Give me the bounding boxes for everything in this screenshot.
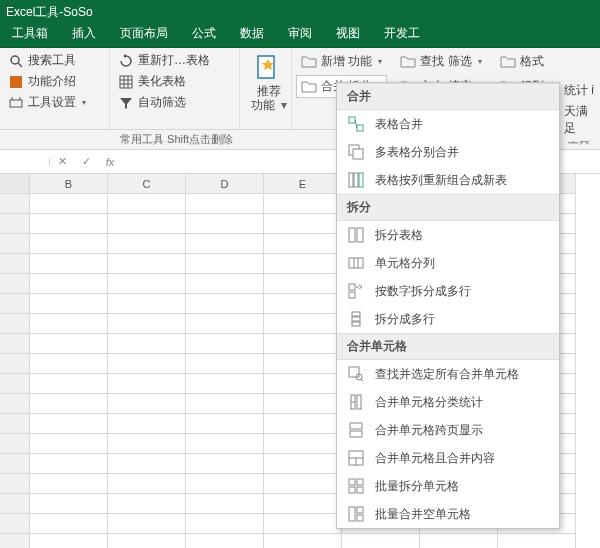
row-header[interactable] bbox=[0, 194, 30, 214]
cell[interactable] bbox=[30, 374, 108, 394]
reopen-table[interactable]: 重新打…表格 bbox=[116, 50, 233, 71]
cell[interactable] bbox=[108, 514, 186, 534]
cell[interactable] bbox=[186, 454, 264, 474]
menu-table-merge[interactable]: 表格合并 bbox=[337, 110, 559, 138]
menu-batch-split[interactable]: 批量拆分单元格 bbox=[337, 472, 559, 500]
cell[interactable] bbox=[108, 294, 186, 314]
row-header[interactable] bbox=[0, 214, 30, 234]
name-box[interactable] bbox=[0, 158, 50, 166]
cell[interactable] bbox=[108, 454, 186, 474]
tab-developer[interactable]: 开发工 bbox=[372, 21, 432, 47]
row-header[interactable] bbox=[0, 354, 30, 374]
cell[interactable] bbox=[108, 474, 186, 494]
cell[interactable] bbox=[108, 334, 186, 354]
cell[interactable] bbox=[264, 534, 342, 548]
cell[interactable] bbox=[264, 454, 342, 474]
cell[interactable] bbox=[108, 314, 186, 334]
column-header[interactable]: E bbox=[264, 174, 342, 194]
cell[interactable] bbox=[108, 374, 186, 394]
cell[interactable] bbox=[186, 394, 264, 414]
cell[interactable] bbox=[186, 354, 264, 374]
tool-settings[interactable]: 工具设置 ▾ bbox=[6, 92, 103, 113]
menu-recombine-columns[interactable]: 表格按列重新组合成新表 bbox=[337, 166, 559, 194]
menu-split-by-number[interactable]: 按数字拆分成多行 bbox=[337, 277, 559, 305]
cell[interactable] bbox=[186, 514, 264, 534]
row-header[interactable] bbox=[0, 454, 30, 474]
cell[interactable] bbox=[186, 254, 264, 274]
cell[interactable] bbox=[264, 334, 342, 354]
menu-split-table[interactable]: 拆分表格 bbox=[337, 221, 559, 249]
cell[interactable] bbox=[264, 474, 342, 494]
row-header[interactable] bbox=[0, 254, 30, 274]
cell[interactable] bbox=[186, 194, 264, 214]
menu-merge-with-content[interactable]: 合并单元格且合并内容 bbox=[337, 444, 559, 472]
cell[interactable] bbox=[264, 314, 342, 334]
cell[interactable] bbox=[264, 374, 342, 394]
tab-pagelayout[interactable]: 页面布局 bbox=[108, 21, 180, 47]
confirm-formula-button[interactable]: ✓ bbox=[74, 155, 98, 168]
cell[interactable] bbox=[108, 194, 186, 214]
cell[interactable] bbox=[30, 294, 108, 314]
cell[interactable] bbox=[108, 534, 186, 548]
cell[interactable] bbox=[264, 354, 342, 374]
cell[interactable] bbox=[264, 214, 342, 234]
cell[interactable] bbox=[264, 194, 342, 214]
cell[interactable] bbox=[108, 434, 186, 454]
cell[interactable] bbox=[186, 374, 264, 394]
find-filter-button[interactable]: 查找 筛选 ▾ bbox=[395, 50, 486, 73]
cell[interactable] bbox=[264, 234, 342, 254]
cell[interactable] bbox=[30, 354, 108, 374]
cell[interactable] bbox=[264, 434, 342, 454]
cell[interactable] bbox=[186, 494, 264, 514]
cell[interactable] bbox=[108, 274, 186, 294]
cell[interactable] bbox=[30, 214, 108, 234]
cell[interactable] bbox=[30, 194, 108, 214]
cell[interactable] bbox=[264, 414, 342, 434]
cell[interactable] bbox=[264, 294, 342, 314]
search-tools[interactable]: 搜索工具 bbox=[6, 50, 103, 71]
row-header[interactable] bbox=[0, 494, 30, 514]
cell[interactable] bbox=[30, 314, 108, 334]
cell[interactable] bbox=[342, 534, 420, 548]
cell[interactable] bbox=[30, 494, 108, 514]
cell[interactable] bbox=[264, 274, 342, 294]
tab-insert[interactable]: 插入 bbox=[60, 21, 108, 47]
cell[interactable] bbox=[186, 214, 264, 234]
cell[interactable] bbox=[30, 474, 108, 494]
cell[interactable] bbox=[30, 394, 108, 414]
cell[interactable] bbox=[30, 414, 108, 434]
cell[interactable] bbox=[186, 234, 264, 254]
menu-multi-table-merge[interactable]: 多表格分别合并 bbox=[337, 138, 559, 166]
row-header[interactable] bbox=[0, 414, 30, 434]
row-header[interactable] bbox=[0, 374, 30, 394]
cell[interactable] bbox=[30, 334, 108, 354]
row-header[interactable] bbox=[0, 394, 30, 414]
cell[interactable] bbox=[108, 494, 186, 514]
cell[interactable] bbox=[498, 534, 576, 548]
cell[interactable] bbox=[30, 454, 108, 474]
cell[interactable] bbox=[264, 254, 342, 274]
menu-merged-stats[interactable]: 合并单元格分类统计 bbox=[337, 388, 559, 416]
menu-find-merged[interactable]: 查找并选定所有合并单元格 bbox=[337, 360, 559, 388]
row-header[interactable] bbox=[0, 334, 30, 354]
cell[interactable] bbox=[108, 414, 186, 434]
cell[interactable] bbox=[186, 274, 264, 294]
tab-view[interactable]: 视图 bbox=[324, 21, 372, 47]
row-header[interactable] bbox=[0, 434, 30, 454]
row-header[interactable] bbox=[0, 314, 30, 334]
menu-merged-across-pages[interactable]: 合并单元格跨页显示 bbox=[337, 416, 559, 444]
cell[interactable] bbox=[264, 514, 342, 534]
auto-filter[interactable]: 自动筛选 bbox=[116, 92, 233, 113]
row-header[interactable] bbox=[0, 474, 30, 494]
cell[interactable] bbox=[420, 534, 498, 548]
cell[interactable] bbox=[186, 334, 264, 354]
row-header[interactable] bbox=[0, 234, 30, 254]
cell[interactable] bbox=[186, 534, 264, 548]
column-header[interactable]: D bbox=[186, 174, 264, 194]
beautify-table[interactable]: 美化表格 bbox=[116, 71, 233, 92]
recommend-features-button[interactable]: 推荐 功能 ▾ bbox=[246, 50, 292, 112]
menu-split-columns[interactable]: 单元格分列 bbox=[337, 249, 559, 277]
tab-toolbox[interactable]: 工具箱 bbox=[0, 21, 60, 47]
fx-button[interactable]: fx bbox=[98, 156, 122, 168]
cell[interactable] bbox=[30, 534, 108, 548]
